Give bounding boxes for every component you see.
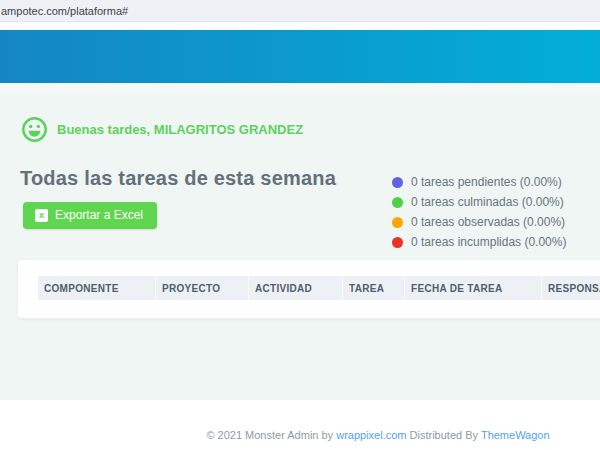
browser-url-bar[interactable]: ampotec.com/plataforma# — [0, 0, 600, 22]
export-excel-button[interactable]: x Exportar a Excel — [23, 202, 157, 229]
greeting-username: MILAGRITOS GRANDEZ — [154, 122, 303, 137]
page-title: Todas las tareas de esta semana — [20, 167, 392, 190]
footer-copyright-text: © 2021 Monster Admin by — [206, 429, 333, 441]
column-header-proyecto: PROYECTO — [155, 276, 248, 300]
smiley-icon — [21, 116, 48, 143]
column-header-componente: COMPONENTE — [38, 276, 155, 300]
tasks-table-card: COMPONENTE PROYECTO ACTIVIDAD TAREA FECH… — [18, 260, 600, 318]
greeting-text: Buenas tardes, MILAGRITOS GRANDEZ — [57, 122, 303, 137]
browser-chrome-gap — [0, 22, 600, 30]
greeting: Buenas tardes, MILAGRITOS GRANDEZ — [21, 116, 600, 143]
legend-item-culminadas: 0 tareas culminadas (0.00%) — [392, 192, 566, 212]
column-header-responsable: RESPONSABLE — [541, 276, 600, 300]
excel-file-icon: x — [35, 209, 48, 222]
column-header-fecha-de-tarea: FECHA DE TAREA — [404, 276, 541, 300]
themewagon-link[interactable]: ThemeWagon — [481, 429, 550, 441]
footer-middle-text: Distributed By — [410, 429, 478, 441]
url-text: ampotec.com/plataforma# — [1, 5, 128, 17]
pendientes-dot-icon — [392, 177, 403, 188]
wrappixel-link[interactable]: wrappixel.com — [336, 429, 406, 441]
browser-window: ampotec.com/plataforma# Buenas tardes, M… — [0, 0, 600, 450]
main-content: Buenas tardes, MILAGRITOS GRANDEZ Todas … — [0, 83, 600, 400]
incumplidas-dot-icon — [392, 237, 403, 248]
task-status-legend: 0 tareas pendientes (0.00%) 0 tareas cul… — [392, 167, 566, 252]
export-excel-label: Exportar a Excel — [55, 208, 143, 222]
tasks-table-header-row: COMPONENTE PROYECTO ACTIVIDAD TAREA FECH… — [38, 276, 600, 300]
legend-item-incumplidas: 0 tareas incumplidas (0.00%) — [392, 232, 566, 252]
legend-label: 0 tareas pendientes (0.00%) — [411, 175, 562, 189]
page-footer: © 2021 Monster Admin by wrappixel.com Di… — [0, 400, 600, 450]
culminadas-dot-icon — [392, 197, 403, 208]
legend-item-observadas: 0 tareas observadas (0.00%) — [392, 212, 566, 232]
observadas-dot-icon — [392, 217, 403, 228]
legend-label: 0 tareas observadas (0.00%) — [411, 215, 565, 229]
legend-item-pendientes: 0 tareas pendientes (0.00%) — [392, 172, 566, 192]
column-header-tarea: TAREA — [342, 276, 404, 300]
legend-label: 0 tareas incumplidas (0.00%) — [411, 235, 566, 249]
column-header-actividad: ACTIVIDAD — [248, 276, 342, 300]
app-header-bar — [0, 30, 600, 83]
legend-label: 0 tareas culminadas (0.00%) — [411, 195, 564, 209]
greeting-salutation: Buenas tardes, — [57, 122, 150, 137]
